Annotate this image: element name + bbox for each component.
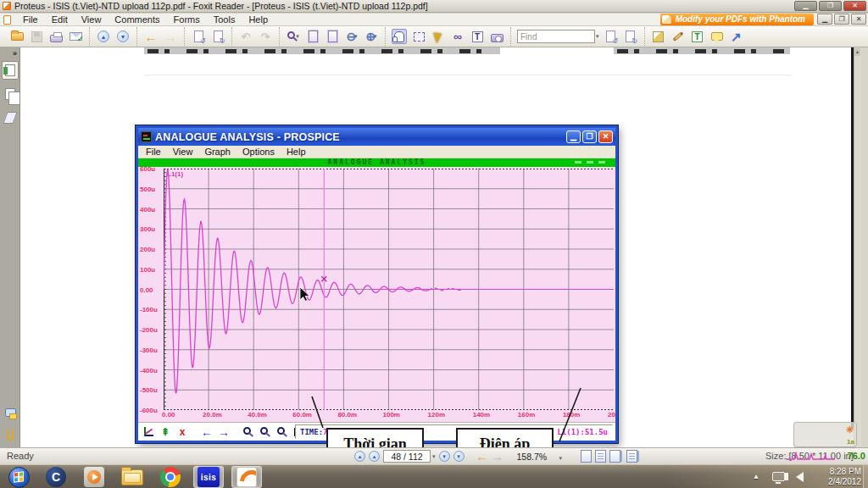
document-icon xyxy=(3,15,11,25)
foxit-menu-forms[interactable]: Forms xyxy=(167,14,207,25)
vertical-scrollbar[interactable]: ▲ xyxy=(854,47,861,447)
next-page-button[interactable]: ▼ xyxy=(439,451,450,462)
bookmarks-panel-icon[interactable] xyxy=(2,61,19,80)
share-icon[interactable]: ↗ xyxy=(729,29,744,44)
snapshot-icon[interactable] xyxy=(411,29,426,44)
previous-view-button[interactable]: ← xyxy=(476,451,488,463)
open-icon[interactable] xyxy=(9,29,25,44)
foxit-menu-comments[interactable]: Comments xyxy=(108,14,166,25)
save-icon[interactable] xyxy=(29,29,44,44)
back-icon[interactable]: ← xyxy=(143,29,159,44)
print-icon[interactable] xyxy=(48,29,64,44)
hidden-icons-chevron[interactable]: ▲ xyxy=(753,473,760,480)
network-icon[interactable] xyxy=(772,472,785,481)
next-view-icon[interactable]: ▼ xyxy=(115,29,131,44)
volume-icon[interactable] xyxy=(796,472,804,482)
y-tick-label: 200u xyxy=(140,246,163,253)
time-callout-box: Thời gian xyxy=(326,428,424,447)
text-select-icon[interactable]: T xyxy=(470,29,485,44)
zoom-level-select[interactable]: 158.7%▾ xyxy=(517,452,563,462)
first-page-button[interactable]: ▲ xyxy=(354,451,365,462)
sidebar-collapse-icon[interactable]: » xyxy=(13,49,17,58)
pages-panel-icon[interactable] xyxy=(2,85,19,103)
start-button[interactable] xyxy=(3,466,34,488)
taskbar-foxit-icon[interactable] xyxy=(231,466,262,488)
rotate-right-icon[interactable] xyxy=(210,29,225,44)
find-input[interactable] xyxy=(517,30,595,43)
select-arrow-icon[interactable] xyxy=(431,29,446,44)
forward-icon[interactable]: → xyxy=(163,29,178,44)
close-button[interactable]: ✕ xyxy=(843,1,866,11)
prospice-minimize-button: ▁ xyxy=(566,130,581,143)
prospice-close-button: ✕ xyxy=(598,130,613,143)
phantom-banner[interactable]: Modify your PDFs with Phantom xyxy=(660,14,814,25)
foxit-menu-file[interactable]: File xyxy=(16,14,45,25)
zoom-out-icon xyxy=(259,425,272,439)
foxit-menu-edit[interactable]: Edit xyxy=(45,14,75,25)
continuous-view-icon[interactable] xyxy=(595,450,606,463)
screen: Proteus - ISIS (t.Viet)-NTD upload 112p.… xyxy=(0,0,868,488)
next-view-button[interactable]: → xyxy=(492,451,504,463)
email-icon[interactable] xyxy=(68,29,83,44)
foxit-menu-view[interactable]: View xyxy=(75,14,108,25)
taskbar-media-player-icon[interactable] xyxy=(79,466,109,488)
comments-panel-icon[interactable] xyxy=(2,403,19,422)
time-label: TIME: xyxy=(300,428,323,436)
hand-tool-icon[interactable] xyxy=(392,29,407,44)
pan-right-icon: → xyxy=(217,425,231,439)
window-title: Proteus - ISIS (t.Viet)-NTD upload 112p.… xyxy=(14,1,428,11)
doc-minimize-button[interactable]: ▁ xyxy=(817,14,832,25)
single-page-view-icon[interactable] xyxy=(581,450,592,463)
prospice-menu-view: View xyxy=(167,147,199,157)
x-tick-label: 40.0m xyxy=(248,411,267,419)
previous-page-button[interactable]: ▲ xyxy=(369,451,380,462)
redo-icon[interactable]: ↷ xyxy=(258,29,273,44)
previous-view-icon[interactable]: ▲ xyxy=(96,29,111,44)
continuous-facing-view-icon[interactable] xyxy=(626,450,637,463)
fit-page-icon[interactable] xyxy=(325,29,340,44)
restore-button[interactable]: ❐ xyxy=(819,1,842,11)
search-icon[interactable]: ∞ xyxy=(450,29,465,44)
zoom-tool-icon[interactable]: ▾ xyxy=(286,29,301,44)
prospice-menu-help: Help xyxy=(281,147,312,157)
doc-close-button[interactable]: ✕ xyxy=(851,14,866,25)
rotate-left-icon[interactable] xyxy=(191,29,206,44)
highlight-icon[interactable] xyxy=(651,29,666,44)
pan-left-icon: ← xyxy=(200,425,214,439)
find-previous-icon[interactable] xyxy=(604,29,619,44)
analysis-plot-region: L1(1) 600u500u400u300u200u100u0.00-100u-… xyxy=(138,167,615,422)
minimize-button[interactable]: ▁ xyxy=(794,1,817,11)
zoom-in-icon[interactable]: ⊕▾ xyxy=(364,29,379,44)
layers-panel-icon[interactable] xyxy=(2,108,19,127)
taskbar-app-c-icon[interactable]: C xyxy=(41,466,71,488)
y-tick-label: -500u xyxy=(140,386,163,394)
note-icon[interactable] xyxy=(709,29,725,44)
page-number-input[interactable]: 48 / 112 xyxy=(383,450,431,463)
foxit-menu-help[interactable]: Help xyxy=(242,14,275,25)
status-ready: Ready xyxy=(7,451,34,461)
fit-width-icon[interactable] xyxy=(305,29,320,44)
taskbar-explorer-icon[interactable] xyxy=(117,466,147,488)
undo-icon[interactable]: ↶ xyxy=(238,29,253,44)
attachments-panel-icon[interactable] xyxy=(2,425,19,444)
scroll-up-icon[interactable]: ▲ xyxy=(854,48,860,56)
doc-restore-button[interactable]: ❐ xyxy=(834,14,849,25)
show-desktop-button[interactable] xyxy=(863,465,868,488)
zoom-out-icon[interactable]: ⊖▾ xyxy=(344,29,359,44)
clock[interactable]: 8:28 PM2/4/2012 xyxy=(809,467,861,487)
last-page-button[interactable]: ▼ xyxy=(453,451,465,462)
pencil-icon[interactable] xyxy=(670,29,686,44)
zoom-in-icon xyxy=(242,425,255,439)
analysis-banner: ANALOGUE ANALYSIS xyxy=(138,158,615,167)
prospice-app-icon xyxy=(141,131,152,142)
taskbar-chrome-icon[interactable] xyxy=(155,466,186,488)
find-next-icon[interactable] xyxy=(623,29,638,44)
camera-icon[interactable] xyxy=(489,29,504,44)
waveform-plot[interactable] xyxy=(164,169,614,410)
taskbar-isis-icon[interactable]: isis xyxy=(193,466,224,488)
typewriter-icon[interactable]: T xyxy=(690,29,705,44)
document-area[interactable]: ▲ ANALOGUE ANALYSIS - PROSPICE ▁ ❐ ✕ Fil… xyxy=(20,47,861,447)
facing-view-icon[interactable] xyxy=(609,450,620,463)
foxit-menu-tools[interactable]: Tools xyxy=(207,14,242,25)
prospice-menu-graph: Graph xyxy=(198,147,236,157)
